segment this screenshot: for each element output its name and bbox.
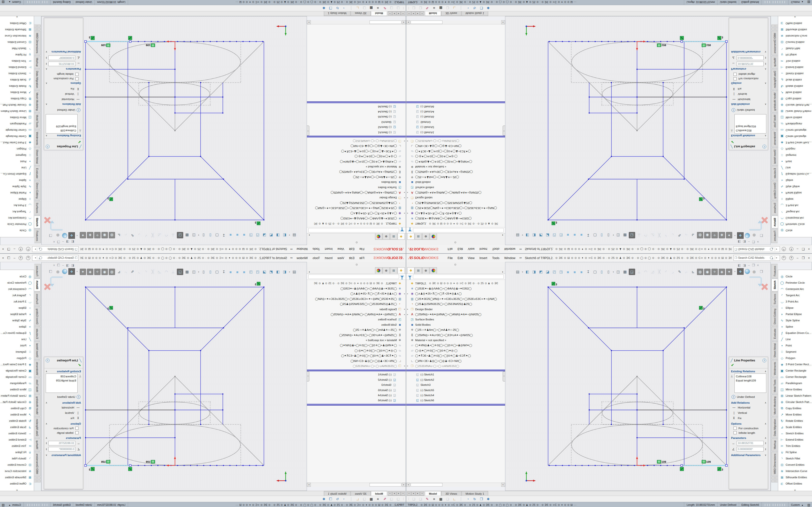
view-toolbar-icon[interactable]: ▯: [207, 269, 213, 275]
tree-item[interactable]: ▸ ❐ Design Binder: [406, 195, 505, 201]
motion-toolbar-icon[interactable]: ❏: [411, 496, 416, 502]
view-toolbar-icon[interactable]: ▢: [592, 269, 598, 275]
realview-icon[interactable]: ❖: [68, 232, 75, 239]
tree-item[interactable]: ∟ ◯ИN∘ƆƐ∘♟◎◯∘◯◎♟∘ƐƆ∘NИ◯: [307, 358, 406, 363]
scroll-left-arrow[interactable]: ◂: [402, 483, 406, 487]
document-window-icon[interactable]: ◨: [66, 240, 69, 243]
commandmanager-tab[interactable]: Mold Tools: [34, 378, 41, 394]
dropdown-icon[interactable]: ▾: [76, 269, 78, 275]
view-toolbar-icon[interactable]: ◞: [136, 269, 142, 275]
ok-check-icon[interactable]: ✔: [44, 138, 83, 144]
sketch-tool-item[interactable]: ∿ Style Spline: [0, 183, 34, 190]
motion-toolbar-icon[interactable]: ✱: [321, 6, 326, 11]
view-toolbar-icon[interactable]: ◜: [663, 232, 669, 238]
document-tab[interactable]: 3D Views: [351, 491, 370, 496]
sketch-tool-item[interactable]: ⊠ Silhouette Entities: [778, 474, 812, 481]
motion-toolbar-icon[interactable]: ▦: [438, 496, 444, 502]
sketch-tool-item[interactable]: ▱ Parallelogram: [0, 121, 34, 127]
tree-item[interactable]: ◳ Surface Bodies: [406, 317, 505, 322]
shaded-sphere-icon[interactable]: [745, 269, 750, 274]
sketch-tool-item[interactable]: ◯ Perimeter Circle: [0, 280, 34, 286]
expand-arrow-icon[interactable]: ▸: [407, 293, 410, 295]
collapse-handle-dot[interactable]: [356, 264, 358, 266]
tree-item[interactable]: ❖ TЯPDL2. ⊙ ƎЄ ⊙ Ш ⊙ ⊙ ⊙ ✦ ⊙ ⊃C ⊙ ƎЄ ⊙ ∙…: [307, 281, 406, 286]
motion-toolbar-icon[interactable]: ▦: [368, 496, 374, 502]
sketch-tool-item[interactable]: ⊛ Circular Sketch Pattern: [778, 399, 812, 405]
tree-item[interactable]: ▱ ◯✦ИN◎♟+◯✳⊙[◯∘◯]⊙✳◯+♟◎NИ✦◯: [406, 343, 505, 348]
tree-item[interactable]: ∟ ◯ИN∘ƆƐ∘♟◎◯∘◯◎♟∘ƐƆ∘NИ◯: [406, 144, 505, 149]
tree-item[interactable]: ◱ (-) Sketch4: [307, 109, 406, 114]
view-toolbar-icon[interactable]: ◩: [268, 232, 274, 238]
panel-help-icon[interactable]: ?: [762, 358, 766, 362]
view-toolbar-icon[interactable]: ✎: [677, 232, 682, 238]
document-window-icon[interactable]: ×: [53, 264, 55, 267]
sketch-tool-item[interactable]: ⊞ Linear Sketch Pattern: [0, 393, 34, 399]
relation-entry[interactable]: Collinear108: [736, 375, 765, 379]
sketch-tool-item[interactable]: ◎ Circle: [0, 273, 34, 280]
sketch-tool-item[interactable]: ◇ Polygon: [778, 146, 812, 152]
tab-configurationmanager[interactable]: ⊕: [383, 267, 390, 274]
collapse-caret-icon[interactable]: ∧: [765, 134, 766, 137]
tree-item[interactable]: ▸ ◉ ◯⋏♟◎✦25∘⊼◯∘◯⊼∘25✦◎♟⋏◯: [406, 211, 505, 216]
tab-nav-button[interactable]: «: [401, 12, 405, 16]
sketch-tool-item[interactable]: ⊏ Offset Entities: [0, 20, 34, 26]
add-relation-button[interactable]: ⊼ Fix: [44, 86, 83, 92]
collapse-caret-icon[interactable]: ∧: [46, 103, 47, 106]
collapse-caret-icon[interactable]: ∧: [46, 370, 47, 373]
motion-toolbar-icon[interactable]: ≡: [432, 6, 437, 11]
motion-toolbar-icon[interactable]: ≡: [432, 496, 437, 502]
tree-item[interactable]: [406, 370, 505, 371]
tree-item[interactable]: ◱ (-) Sketch1: [307, 130, 406, 135]
sketch-tool-item[interactable]: ╱ Line: [0, 336, 34, 342]
motion-toolbar-icon[interactable]: ✎: [424, 496, 430, 502]
filter-icon[interactable]: [400, 276, 404, 278]
expand-arrow-icon[interactable]: ▸: [407, 191, 410, 193]
view-toolbar-icon[interactable]: ◨: [531, 269, 537, 275]
menu-item[interactable]: Insert: [477, 246, 490, 252]
search-icon[interactable]: [770, 257, 773, 259]
commandmanager-tab[interactable]: Sheet Metal: [34, 341, 41, 359]
commandmanager-tab[interactable]: Mesh Modeling: [771, 394, 778, 416]
document-tab[interactable]: Model: [425, 11, 441, 16]
ok-check-icon[interactable]: ✔: [729, 138, 768, 144]
tree-item[interactable]: ✯ ◯253Ɛ✦∘♟◎ΛΑΦ◯∘◯ΦΑΛ◎♟∘✦Ɛ352◯: [406, 286, 505, 291]
tree-item[interactable]: ▱ ◯∙◎✦◯✳⊙[◯∘◯]⊙✳◯✦◎∙◯: [406, 154, 505, 159]
sketch-tool-item[interactable]: ⊡ Convert Entities: [778, 462, 812, 468]
tree-item[interactable]: ◙ Solid Bodies: [307, 180, 406, 185]
sketch-tool-item[interactable]: ⊠ Silhouette Entities: [778, 26, 812, 33]
view-toolbar-icon[interactable]: ⊥: [636, 232, 642, 238]
menu-item[interactable]: Window: [294, 255, 310, 261]
search-dropdown-icon[interactable]: ▾: [775, 247, 778, 251]
menu-item[interactable]: Insert: [322, 246, 335, 252]
parameter-input[interactable]: 0.00000000°: [48, 56, 75, 60]
sketch-tool-item[interactable]: ƒ Equation Driven Curve: [0, 330, 34, 336]
view-toolbar-icon[interactable]: ◠: [163, 232, 169, 238]
tree-item[interactable]: ▸ ❐ ◯253ƐИNΑ∪∙◯∘◯∙∪ΑNИƐ352◯: [406, 363, 505, 369]
tab-nav-button[interactable]: ▸: [392, 12, 396, 16]
scroll-right-arrow[interactable]: ▸: [307, 20, 311, 24]
tree-item[interactable]: ▸ ◉ ◯⋏♟◎✦25∘⊼◯∘◯⊼∘25✦◎♟⋏◯: [406, 291, 505, 296]
sketch-tool-item[interactable]: ⧉ Copy Entities: [778, 96, 812, 102]
minimize-button[interactable]: –: [797, 247, 799, 251]
notebook-icon[interactable]: ▤: [807, 503, 810, 507]
commandmanager-tab[interactable]: :: [771, 480, 778, 483]
sketch-tool-item[interactable]: ◎ Circle: [0, 227, 34, 234]
expand-arrow-icon[interactable]: ▸: [402, 308, 405, 310]
commandmanager-tab[interactable]: Markup: [771, 56, 778, 68]
tree-item[interactable]: ◱ (-) Sketch5: [406, 114, 505, 119]
relations-list[interactable]: Collinear108Equal length109: [734, 374, 766, 393]
motion-toolbar-icon[interactable]: ❏: [445, 496, 450, 502]
commandmanager-tab[interactable]: MBD Dimensions: [771, 31, 778, 55]
viewport-cube-icon[interactable]: ❒: [48, 232, 54, 238]
notebook-icon[interactable]: ▤: [2, 0, 5, 4]
view-toolbar-icon[interactable]: ▩: [622, 269, 628, 275]
minimize-button[interactable]: –: [13, 247, 15, 251]
commandmanager-tab[interactable]: MBD Dimensions: [34, 452, 41, 476]
tree-item[interactable]: ✾ ◯25∙∩✳♟Αm◯∘◯mΑ♟✳∩∙25◯: [406, 327, 505, 332]
view-toolbar-icon[interactable]: ◧: [524, 269, 530, 275]
view-toolbar-icon[interactable]: ◜: [143, 269, 149, 275]
collapse-handle-dot[interactable]: [454, 241, 456, 243]
sketch-tool-item[interactable]: ◇ Polygon: [0, 355, 34, 361]
motion-toolbar-icon[interactable]: │: [458, 496, 464, 502]
menu-item[interactable]: Edit: [347, 246, 357, 252]
